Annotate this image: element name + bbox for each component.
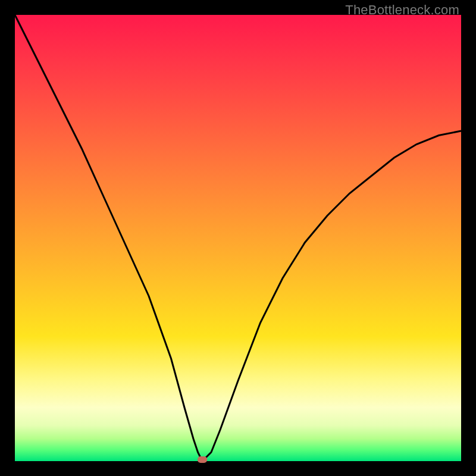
bottleneck-curve (15, 15, 461, 461)
curve-line (15, 15, 461, 461)
chart-frame: TheBottleneck.com (0, 0, 476, 476)
plot-area (15, 15, 461, 461)
min-marker-icon (198, 456, 207, 463)
